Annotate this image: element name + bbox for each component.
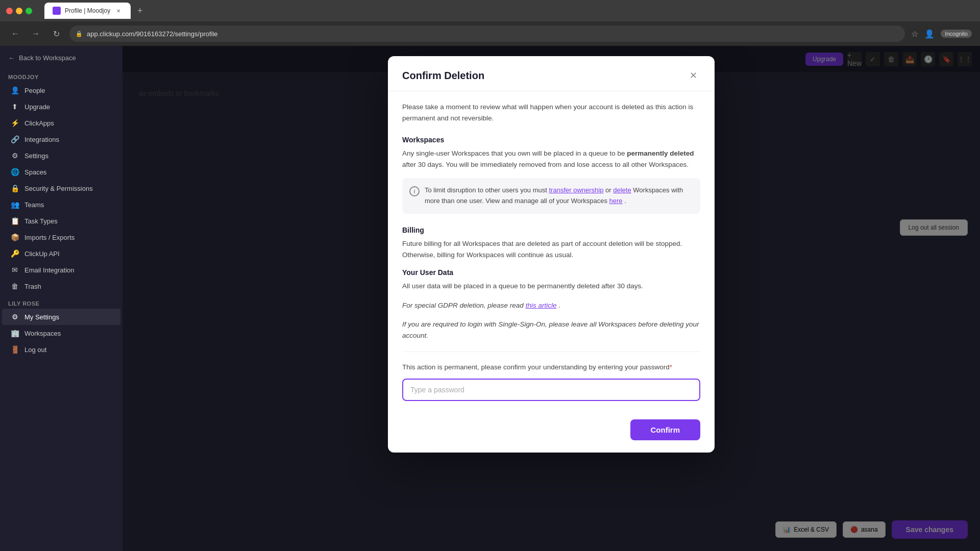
my-settings-icon: ⚙ bbox=[10, 313, 19, 321]
browser-controls bbox=[6, 8, 32, 14]
sidebar-item-log-out[interactable]: 🚪 Log out bbox=[2, 341, 120, 358]
workspaces-text: Any single-user Workspaces that you own … bbox=[402, 148, 700, 170]
clickapps-icon: ⚡ bbox=[10, 119, 19, 127]
gdpr-text-before: For special GDPR deletion, please read bbox=[402, 302, 526, 309]
browser-toolbar: ← → ↻ 🔒 app.clickup.com/9016163272/setti… bbox=[0, 21, 980, 46]
lock-icon: 🔒 bbox=[76, 31, 83, 37]
modal-title: Confirm Deletion bbox=[402, 70, 484, 82]
imports-icon: 📦 bbox=[10, 233, 19, 241]
sidebar-item-label: Teams bbox=[24, 201, 44, 209]
email-icon: ✉ bbox=[10, 266, 19, 274]
billing-section: Billing Future billing for all Workspace… bbox=[402, 226, 700, 260]
modal-close-button[interactable]: ✕ bbox=[686, 68, 700, 83]
browser-maximize-btn[interactable] bbox=[26, 8, 32, 14]
required-marker: * bbox=[670, 363, 672, 371]
sso-text: If you are required to login with Single… bbox=[402, 319, 700, 341]
user-name-label: LILY ROSE bbox=[0, 294, 122, 309]
gdpr-article-link[interactable]: this article bbox=[526, 302, 557, 309]
url-text: app.clickup.com/9016163272/settings/prof… bbox=[87, 30, 218, 38]
workspaces-section: Workspaces Any single-user Workspaces th… bbox=[402, 136, 700, 214]
back-to-workspace[interactable]: ← Back to Workspace bbox=[0, 46, 122, 66]
tab-bar: Profile | Moodjoy ✕ + bbox=[40, 2, 151, 20]
browser-close-btn[interactable] bbox=[6, 8, 13, 14]
sidebar-item-settings[interactable]: ⚙ Settings bbox=[2, 147, 120, 164]
incognito-badge: Incognito bbox=[941, 30, 972, 38]
info-box: i To limit disruption to other users you… bbox=[402, 178, 700, 214]
nav-refresh-btn[interactable]: ↻ bbox=[49, 27, 63, 41]
workspace-name: MOODJOY bbox=[0, 66, 122, 82]
sidebar-item-spaces[interactable]: 🌐 Spaces bbox=[2, 164, 120, 180]
user-data-title: Your User Data bbox=[402, 268, 700, 277]
sidebar-item-label: Task Types bbox=[24, 217, 58, 225]
back-arrow-icon: ← bbox=[8, 54, 15, 62]
bookmark-icon[interactable]: ☆ bbox=[911, 29, 918, 39]
sidebar-item-clickup-api[interactable]: 🔑 ClickUp API bbox=[2, 245, 120, 262]
gdpr-text: For special GDPR deletion, please read t… bbox=[402, 300, 700, 311]
sidebar-item-clickapps[interactable]: ⚡ ClickApps bbox=[2, 115, 120, 131]
sidebar-item-label: Email Integration bbox=[24, 266, 75, 274]
info-text-before: To limit disruption to other users you m… bbox=[425, 186, 549, 194]
browser-tab[interactable]: Profile | Moodjoy ✕ bbox=[44, 3, 131, 19]
user-data-text: All user data will be placed in a queue … bbox=[402, 281, 700, 292]
api-icon: 🔑 bbox=[10, 249, 19, 258]
tab-title: Profile | Moodjoy bbox=[65, 7, 110, 14]
sidebar-item-people[interactable]: 👤 People bbox=[2, 82, 120, 98]
sidebar-item-email[interactable]: ✉ Email Integration bbox=[2, 262, 120, 278]
sidebar-item-trash[interactable]: 🗑 Trash bbox=[2, 278, 120, 294]
sidebar-item-teams[interactable]: 👥 Teams bbox=[2, 196, 120, 213]
sidebar-item-label: Upgrade bbox=[24, 103, 50, 111]
nav-forward-btn[interactable]: → bbox=[29, 27, 43, 41]
sidebar-item-security[interactable]: 🔒 Security & Permissions bbox=[2, 180, 120, 196]
sidebar-item-label: Imports / Exports bbox=[24, 234, 75, 241]
sidebar-item-label: My Settings bbox=[24, 313, 59, 321]
modal-body: Please take a moment to review what will… bbox=[388, 91, 715, 411]
modal-intro-text: Please take a moment to review what will… bbox=[402, 102, 700, 123]
sidebar-item-label: Workspaces bbox=[24, 330, 61, 337]
sidebar-item-label: People bbox=[24, 87, 45, 94]
sidebar-item-label: Security & Permissions bbox=[24, 185, 93, 192]
sidebar: ← Back to Workspace MOODJOY 👤 People ⬆ U… bbox=[0, 46, 122, 551]
sidebar-item-integrations[interactable]: 🔗 Integrations bbox=[2, 131, 120, 147]
spaces-icon: 🌐 bbox=[10, 168, 19, 176]
sidebar-item-task-types[interactable]: 📋 Task Types bbox=[2, 213, 120, 229]
new-tab-btn[interactable]: + bbox=[133, 4, 147, 18]
workspaces-icon: 🏢 bbox=[10, 329, 19, 337]
password-input[interactable] bbox=[402, 379, 700, 401]
gdpr-text-end: . bbox=[558, 302, 560, 309]
nav-back-btn[interactable]: ← bbox=[8, 27, 22, 41]
user-data-section: Your User Data All user data will be pla… bbox=[402, 268, 700, 292]
sidebar-item-imports-exports[interactable]: 📦 Imports / Exports bbox=[2, 229, 120, 245]
sidebar-item-label: ClickUp API bbox=[24, 250, 60, 258]
people-icon: 👤 bbox=[10, 86, 19, 94]
confirm-deletion-modal: Confirm Deletion ✕ Please take a moment … bbox=[388, 56, 715, 453]
sidebar-item-workspaces[interactable]: 🏢 Workspaces bbox=[2, 325, 120, 341]
toolbar-actions: ☆ 👤 Incognito bbox=[911, 29, 972, 39]
integrations-icon: 🔗 bbox=[10, 135, 19, 143]
here-link[interactable]: here bbox=[609, 197, 623, 205]
sidebar-item-label: Settings bbox=[24, 152, 48, 160]
modal-footer: Confirm bbox=[388, 411, 715, 453]
sidebar-item-label: Spaces bbox=[24, 168, 46, 176]
task-types-icon: 📋 bbox=[10, 217, 19, 225]
main-content: Upgrade + New ✓ 🗑 📤 🕐 🔖 ⋮⋮ as embeds or … bbox=[122, 46, 980, 551]
security-icon: 🔒 bbox=[10, 184, 19, 192]
info-text-middle: or bbox=[605, 186, 613, 194]
modal-overlay: Confirm Deletion ✕ Please take a moment … bbox=[122, 46, 980, 551]
trash-icon: 🗑 bbox=[10, 282, 19, 290]
address-bar[interactable]: 🔒 app.clickup.com/9016163272/settings/pr… bbox=[69, 26, 905, 42]
tab-favicon bbox=[53, 7, 61, 15]
tab-close-btn[interactable]: ✕ bbox=[114, 7, 122, 15]
password-label: This action is permanent, please confirm… bbox=[402, 362, 700, 372]
info-icon: i bbox=[409, 186, 420, 196]
browser-minimize-btn[interactable] bbox=[16, 8, 22, 14]
sidebar-item-my-settings[interactable]: ⚙ My Settings bbox=[2, 309, 120, 325]
sidebar-item-upgrade[interactable]: ⬆ Upgrade bbox=[2, 98, 120, 115]
delete-link[interactable]: delete bbox=[613, 186, 631, 194]
info-text-end: . bbox=[624, 197, 626, 205]
billing-text: Future billing for all Workspaces that a… bbox=[402, 238, 700, 260]
logout-icon: 🚪 bbox=[10, 345, 19, 354]
sidebar-item-label: Log out bbox=[24, 346, 46, 354]
profile-icon[interactable]: 👤 bbox=[924, 29, 935, 39]
confirm-button[interactable]: Confirm bbox=[630, 419, 701, 440]
transfer-ownership-link[interactable]: transfer ownership bbox=[549, 186, 604, 194]
